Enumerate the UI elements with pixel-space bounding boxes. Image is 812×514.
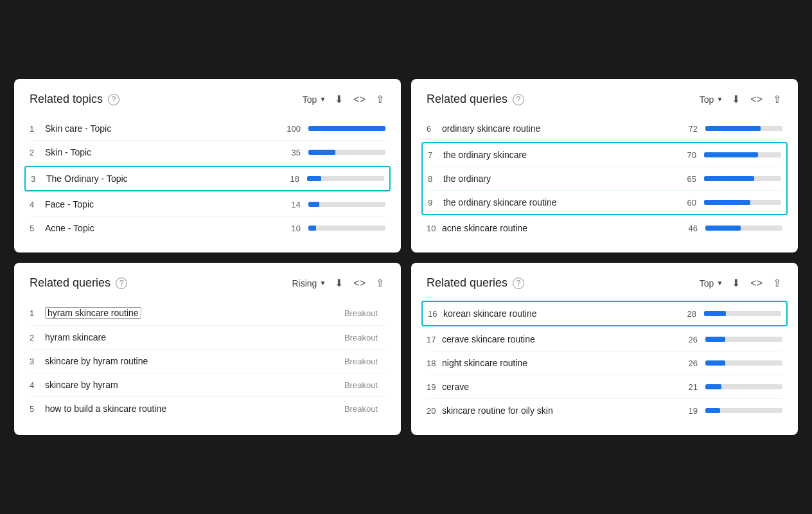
bar-fill [704,152,758,157]
table-row: 16korean skincare routine28 [428,302,781,325]
row-label[interactable]: skincare routine for oily skin [442,405,680,416]
table-row: 4Face - Topic14 [30,193,385,217]
row-value: 28 [678,309,696,319]
row-label[interactable]: the ordinary skincare routine [443,197,678,208]
table-row: 8the ordinary65 [428,167,781,191]
row-label[interactable]: Skin - Topic [45,147,283,157]
rows-container: 16korean skincare routine2817cerave skin… [427,301,782,422]
highlighted-single: 3The Ordinary - Topic18 [24,166,391,191]
row-label[interactable]: Acne - Topic [45,223,283,233]
table-row: 2Skin - Topic35 [30,141,385,164]
breakout-label: Breakout [344,404,378,414]
bar-fill [705,384,721,389]
bar-fill [308,150,335,155]
embed-button[interactable]: <> [352,276,367,290]
bar-container [307,176,384,181]
card-title: Related queries [30,276,110,290]
bar-fill [705,126,761,131]
row-label[interactable]: cerave [442,382,680,392]
share-button[interactable]: ⇧ [772,276,782,290]
title-group: Related topics? [30,93,119,106]
row-number: 6 [427,124,442,134]
table-row: 5Acne - Topic10 [30,217,385,240]
bar-container [704,176,781,181]
download-button[interactable]: ⬇ [730,92,741,107]
row-label[interactable]: the ordinary [443,173,678,184]
row-label[interactable]: skincare by hyram routine [45,356,344,366]
filter-dropdown[interactable]: Rising ▼ [292,278,326,288]
row-label[interactable]: acne skincare routine [442,223,680,233]
row-label[interactable]: hyram skincare routine [45,307,344,319]
card-related-queries-top-2: Related queries?Top ▼⬇<>⇧16korean skinca… [411,263,798,435]
row-number: 18 [427,359,442,368]
row-label[interactable]: The Ordinary - Topic [46,173,281,184]
bar-fill [705,226,741,231]
row-label[interactable]: night skincare routine [442,358,680,368]
share-button[interactable]: ⇧ [772,92,782,107]
table-row: 17cerave skincare routine26 [427,328,782,351]
bar-fill [308,202,319,207]
row-value: 65 [678,174,696,184]
row-label[interactable]: Skin care - Topic [45,123,283,134]
filter-dropdown[interactable]: Top ▼ [700,94,723,105]
row-value: 70 [678,150,696,160]
help-icon[interactable]: ? [513,278,524,289]
bar-container [308,150,385,155]
share-button[interactable]: ⇧ [375,92,385,107]
help-icon[interactable]: ? [513,94,524,105]
card-related-queries-top-1: Related queries?Top ▼⬇<>⇧6ordinary skinc… [411,79,798,253]
help-icon[interactable]: ? [116,278,127,289]
bar-fill [704,200,750,205]
row-label[interactable]: how to build a skincare routine [45,403,344,414]
bar-container [705,226,782,231]
card-header: Related queries?Top ▼⬇<>⇧ [427,276,782,290]
title-group: Related queries? [427,93,524,106]
bar-container [308,226,385,231]
row-value: 10 [283,224,301,233]
row-label[interactable]: skincare by hyram [45,380,344,390]
row-value: 14 [283,200,301,209]
filter-dropdown[interactable]: Top ▼ [700,278,723,288]
table-row: 19cerave21 [427,375,782,399]
table-row: 1hyram skincare routineBreakout [30,301,385,326]
row-number: 16 [428,309,443,319]
header-controls: Top ▼⬇<>⇧ [700,92,782,107]
row-label[interactable]: cerave skincare routine [442,334,680,344]
row-label[interactable]: the ordinary skincare [443,150,678,160]
embed-button[interactable]: <> [749,93,764,107]
row-label[interactable]: ordinary skincare routine [442,123,680,134]
row-number: 4 [30,380,45,390]
bar-fill [705,408,720,413]
row-label[interactable]: hyram skincare [45,332,344,342]
row-number: 7 [428,150,443,160]
download-button[interactable]: ⬇ [333,92,344,107]
row-number: 1 [30,124,45,134]
breakout-label: Breakout [344,333,378,342]
table-row: 10acne skincare routine46 [427,217,782,240]
table-row: 9the ordinary skincare routine60 [428,191,781,214]
bar-container [705,126,782,131]
bar-fill [705,337,725,342]
bar-fill [704,176,754,181]
filter-dropdown[interactable]: Top ▼ [303,94,326,105]
row-number: 2 [30,148,45,157]
embed-button[interactable]: <> [352,93,367,107]
main-grid: Related topics?Top ▼⬇<>⇧1Skin care - Top… [14,79,798,435]
table-row: 3skincare by hyram routineBreakout [30,350,385,373]
bar-container [705,384,782,389]
download-button[interactable]: ⬇ [333,276,344,290]
row-value: 18 [281,174,299,184]
row-number: 3 [30,357,45,366]
help-icon[interactable]: ? [108,94,119,105]
download-button[interactable]: ⬇ [730,276,741,290]
row-value: 100 [283,124,301,134]
share-button[interactable]: ⇧ [375,276,385,290]
bar-fill [705,360,725,366]
row-number: 3 [31,174,46,184]
row-number: 2 [30,333,45,342]
row-label[interactable]: korean skincare routine [443,308,678,319]
row-label[interactable]: Face - Topic [45,199,283,209]
row-value: 72 [680,124,698,134]
row-value: 21 [680,382,698,392]
embed-button[interactable]: <> [749,276,764,290]
